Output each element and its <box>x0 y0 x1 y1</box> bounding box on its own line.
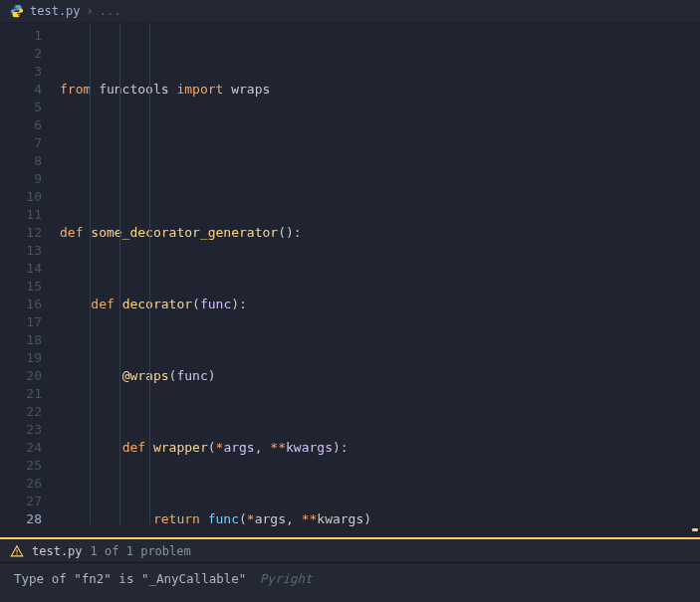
code-line[interactable] <box>60 152 700 170</box>
line-number[interactable]: 17 <box>0 313 42 331</box>
line-number[interactable]: 25 <box>0 457 42 475</box>
line-number-gutter: 1234567891011121314151617181920212223242… <box>0 23 60 537</box>
line-number[interactable]: 24 <box>0 439 42 457</box>
line-number[interactable]: 27 <box>0 493 42 510</box>
warning-icon <box>10 544 24 558</box>
indent-guide <box>119 23 120 524</box>
line-number[interactable]: 12 <box>0 224 42 242</box>
line-number[interactable]: 3 <box>0 63 42 81</box>
line-number[interactable]: 22 <box>0 403 42 421</box>
line-number[interactable]: 18 <box>0 331 42 349</box>
type-info-text: Type of "fn2" is "_AnyCallable" <box>14 571 246 586</box>
line-number[interactable]: 23 <box>0 421 42 439</box>
line-number[interactable]: 5 <box>0 99 42 116</box>
problems-summary: 1 of 1 problem <box>91 544 191 558</box>
line-number[interactable]: 15 <box>0 278 42 296</box>
problems-file: test.py <box>32 544 83 558</box>
problems-bar[interactable]: test.py 1 of 1 problem <box>0 537 700 562</box>
line-number[interactable]: 16 <box>0 296 42 313</box>
line-number[interactable]: 8 <box>0 152 42 170</box>
line-number[interactable]: 2 <box>0 45 42 63</box>
svg-rect-1 <box>16 549 17 552</box>
code-line[interactable]: return func(*args, **kwargs) <box>60 510 700 528</box>
breadcrumb-more[interactable]: ... <box>100 4 121 18</box>
code-area[interactable]: from functools import wraps def some_dec… <box>60 23 700 537</box>
line-number[interactable]: 6 <box>0 116 42 134</box>
line-number[interactable]: 13 <box>0 242 42 260</box>
code-editor[interactable]: 1234567891011121314151617181920212223242… <box>0 23 700 537</box>
line-number[interactable]: 7 <box>0 134 42 152</box>
line-number[interactable]: 10 <box>0 188 42 206</box>
type-info-source: Pyright <box>260 571 313 586</box>
breadcrumb[interactable]: test.py › ... <box>0 0 700 23</box>
line-number[interactable]: 11 <box>0 206 42 224</box>
line-number[interactable]: 28 <box>0 510 42 528</box>
type-info-panel: Type of "fn2" is "_AnyCallable" Pyright <box>0 562 700 602</box>
code-line[interactable]: @wraps(func) <box>60 367 700 385</box>
python-file-icon <box>10 4 24 18</box>
code-line[interactable]: def some_decorator_generator(): <box>60 224 700 242</box>
editor-scrollbar[interactable] <box>690 23 700 537</box>
code-line[interactable]: def wrapper(*args, **kwargs): <box>60 439 700 457</box>
indent-guide <box>90 23 91 524</box>
indent-guide <box>149 23 150 524</box>
line-number[interactable]: 14 <box>0 260 42 278</box>
svg-point-0 <box>16 553 17 554</box>
code-line[interactable]: def decorator(func): <box>60 296 700 313</box>
breadcrumb-file[interactable]: test.py <box>30 4 81 18</box>
line-number[interactable]: 21 <box>0 385 42 403</box>
line-number[interactable]: 1 <box>0 27 42 45</box>
warning-marker[interactable] <box>692 528 698 531</box>
line-number[interactable]: 26 <box>0 475 42 493</box>
line-number[interactable]: 20 <box>0 367 42 385</box>
line-number[interactable]: 19 <box>0 349 42 367</box>
breadcrumb-separator: › <box>87 4 94 18</box>
code-line[interactable]: from functools import wraps <box>60 81 700 99</box>
line-number[interactable]: 4 <box>0 81 42 99</box>
line-number[interactable]: 9 <box>0 170 42 188</box>
